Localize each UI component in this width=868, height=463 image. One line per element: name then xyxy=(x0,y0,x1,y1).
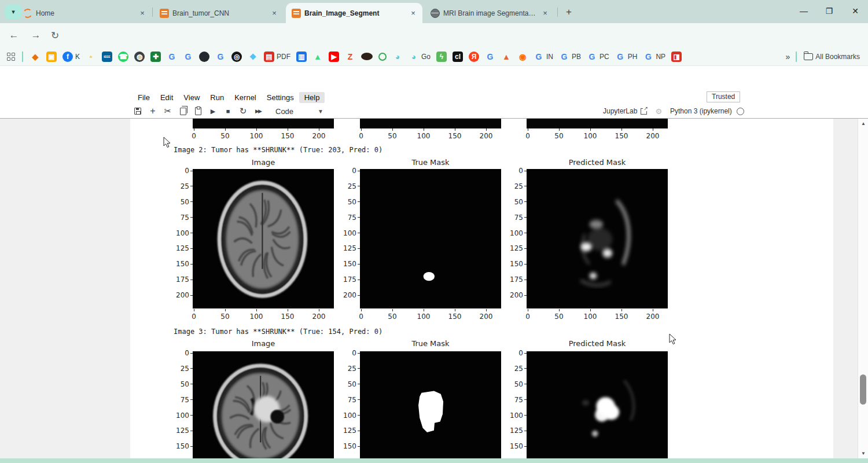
axis-tick-mark xyxy=(358,280,360,280)
fav-facebook[interactable]: fK xyxy=(62,52,80,62)
notebook-output-area[interactable]: 050100150200050100150200050100150200Imag… xyxy=(130,119,833,458)
fav-zerodha[interactable]: Z xyxy=(345,52,355,62)
bookmarks-overflow-icon[interactable]: » xyxy=(786,52,789,61)
cut-cell-button[interactable]: ✂ xyxy=(162,105,174,117)
axis-tick-mark xyxy=(524,248,527,249)
scrollbar-thumb[interactable] xyxy=(860,374,866,405)
fav-google-pc[interactable]: GPC xyxy=(587,52,609,62)
fav-google-1[interactable]: G xyxy=(167,52,177,62)
fav-green-cross[interactable]: ✚ xyxy=(150,52,161,62)
tab-close-icon[interactable]: × xyxy=(540,9,550,18)
bookmarks-divider xyxy=(796,52,797,62)
fav-black-disc[interactable]: ◎ xyxy=(231,52,242,62)
axis-tick-mark xyxy=(358,431,360,431)
fav-teal-swirl-1[interactable]: ◕ xyxy=(392,52,403,62)
forward-icon[interactable]: → xyxy=(29,28,43,42)
fav-eye-orange[interactable]: ◉ xyxy=(517,52,528,62)
fav-google-in[interactable]: GIN xyxy=(534,52,553,62)
axis-tick-mark xyxy=(392,128,393,131)
restart-kernel-button[interactable]: ↻ xyxy=(237,105,249,117)
menu-item-kernel[interactable]: Kernel xyxy=(229,92,262,103)
tab-brain-tumor-cnn[interactable]: Brain_tumor_CNN × xyxy=(154,3,284,23)
tab-home[interactable]: Home × xyxy=(17,3,152,23)
close-button[interactable]: ✕ xyxy=(843,0,868,22)
fav-claude[interactable]: cl xyxy=(453,52,463,62)
axis-tick-label: 0 xyxy=(182,313,205,321)
fav-green-cross-icon: ✚ xyxy=(150,52,161,62)
fav-orange-badge[interactable]: ▣ xyxy=(46,52,57,62)
trusted-badge[interactable]: Trusted xyxy=(707,91,740,102)
run-cell-button[interactable]: ▶ xyxy=(207,105,219,117)
kernel-name[interactable]: Python 3 (ipykernel) xyxy=(670,107,732,115)
tab-close-icon[interactable]: × xyxy=(409,9,418,18)
fav-teal-swirl-2[interactable]: ◕Go xyxy=(409,52,431,62)
tab-close-icon[interactable]: × xyxy=(138,9,147,18)
minimize-button[interactable]: — xyxy=(791,0,816,22)
fav-android[interactable]: ▲ xyxy=(312,52,323,62)
axis-tick-mark xyxy=(190,295,193,296)
menu-item-file[interactable]: File xyxy=(133,92,155,103)
add-cell-button[interactable]: + xyxy=(147,105,159,117)
fav-google-ph[interactable]: GPH xyxy=(615,52,638,62)
tab-mri-brain-segmentation[interactable]: MRI Brain image Segmentation × xyxy=(425,3,554,23)
save-button[interactable] xyxy=(132,105,144,117)
all-bookmarks-button[interactable]: All Bookmarks xyxy=(804,53,860,61)
tab-close-icon[interactable]: × xyxy=(270,9,279,18)
apps-grid-icon[interactable] xyxy=(7,53,15,61)
paste-cell-button[interactable] xyxy=(192,105,204,117)
axis-tick-label: 200 xyxy=(641,132,664,140)
maximize-button[interactable]: ❐ xyxy=(816,0,842,22)
copy-cell-button[interactable] xyxy=(177,105,189,117)
axis-tick-label: 75 xyxy=(340,214,356,222)
fav-yandex[interactable]: Я xyxy=(469,52,479,62)
menu-item-help[interactable]: Help xyxy=(299,92,325,103)
menu-item-edit[interactable]: Edit xyxy=(155,92,178,103)
reload-icon[interactable]: ↻ xyxy=(48,28,62,42)
axis-tick-mark xyxy=(194,128,194,131)
new-tab-button[interactable]: + xyxy=(562,6,575,19)
axis-tick-label: 0 xyxy=(340,167,356,175)
fav-blue-bird[interactable]: ❖ xyxy=(248,52,258,62)
fav-google-pb[interactable]: GPB xyxy=(559,52,581,62)
fav-red-doc[interactable]: ◨ xyxy=(671,52,682,62)
fav-google-4[interactable]: G xyxy=(485,52,495,62)
fav-pointer-orange[interactable]: ◆ xyxy=(30,52,41,62)
fav-blue-pages[interactable]: ▥ xyxy=(296,52,307,62)
fav-globe-dark[interactable]: ◍ xyxy=(134,52,145,62)
fav-pdf[interactable]: ▤PDF xyxy=(264,52,290,62)
scroll-up-icon[interactable]: ▲ xyxy=(858,121,868,126)
back-icon[interactable]: ← xyxy=(7,28,21,42)
menu-item-run[interactable]: Run xyxy=(205,92,229,103)
fav-youtube-icon: ▶ xyxy=(329,52,339,62)
menu-item-settings[interactable]: Settings xyxy=(262,92,299,103)
fav-green-lightning[interactable]: ϟ xyxy=(436,52,447,62)
fav-analytics[interactable]: ılı xyxy=(86,52,96,62)
fav-ieee[interactable]: IEEE xyxy=(102,52,112,62)
axis-tick-label: 125 xyxy=(340,427,356,435)
copy-icon xyxy=(180,108,186,115)
notebook-scrollbar[interactable]: ▲ ▼ xyxy=(858,119,868,458)
external-link-icon[interactable] xyxy=(641,108,647,115)
fav-pointer-orange-icon: ◆ xyxy=(30,52,41,62)
restart-run-all-button[interactable]: ▶▶ xyxy=(252,105,264,117)
fav-github[interactable] xyxy=(199,52,209,62)
fav-youtube[interactable]: ▶ xyxy=(329,52,339,62)
figure-panel xyxy=(193,351,334,458)
scroll-down-icon[interactable]: ▼ xyxy=(858,451,868,456)
axis-tick-mark xyxy=(358,248,360,249)
cell-type-select[interactable]: Code ▼ xyxy=(275,107,323,116)
axis-tick-mark xyxy=(653,128,653,131)
interrupt-kernel-button[interactable]: ■ xyxy=(222,105,234,117)
debugger-gear-icon[interactable]: ⚙ xyxy=(655,107,662,116)
tab-brain-image-segment[interactable]: Brain_Image_Segment × xyxy=(286,3,422,23)
jupyterlab-link[interactable]: JupyterLab xyxy=(603,107,637,115)
fav-matlab[interactable]: ▲ xyxy=(501,52,512,62)
fav-google-np[interactable]: GNP xyxy=(643,52,665,62)
fav-google-3[interactable]: G xyxy=(215,52,226,62)
fav-dark-oval[interactable] xyxy=(361,53,373,60)
axis-tick-mark xyxy=(225,128,226,131)
fav-whatsapp[interactable]: ☎ xyxy=(118,52,128,62)
fav-green-ring[interactable] xyxy=(378,53,387,61)
menu-item-view[interactable]: View xyxy=(178,92,205,103)
fav-google-2[interactable]: G xyxy=(183,52,193,62)
